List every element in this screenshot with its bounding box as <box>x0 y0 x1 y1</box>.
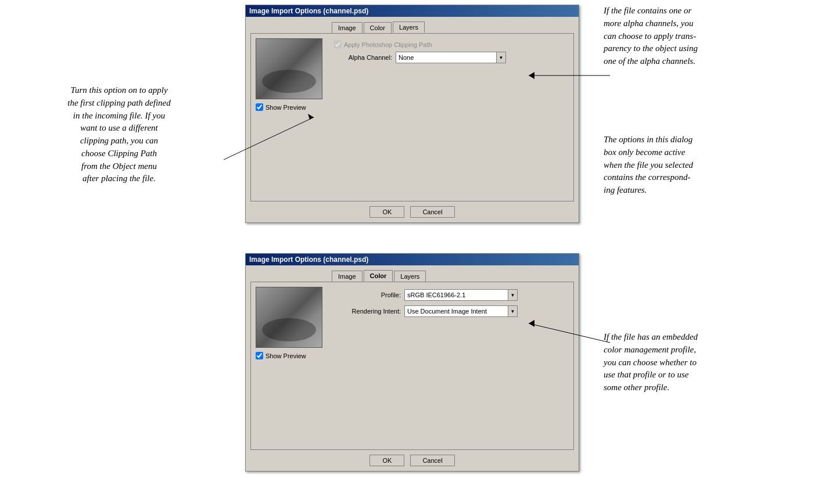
clipping-path-checkbox[interactable] <box>334 41 342 48</box>
show-preview-label-top: Show Preview <box>265 104 306 111</box>
tab-image-top[interactable]: Image <box>332 22 363 33</box>
profile-row: Profile: sRGB IEC61966-2.1 ▼ <box>334 289 569 301</box>
top-ok-button[interactable]: OK <box>369 206 404 218</box>
top-dialog-buttons: OK Cancel <box>246 201 579 222</box>
alpha-channel-label: Alpha Channel: <box>334 54 392 61</box>
show-preview-checkbox-top[interactable] <box>256 103 263 111</box>
alpha-channel-row: Alpha Channel: None ▼ <box>334 52 569 63</box>
rendering-intent-label: Rendering Intent: <box>334 308 401 315</box>
tab-image-bottom[interactable]: Image <box>332 271 363 282</box>
bottom-ok-button[interactable]: OK <box>369 455 404 466</box>
tab-layers-bottom[interactable]: Layers <box>394 271 426 282</box>
profile-select[interactable]: sRGB IEC61966-2.1 ▼ <box>404 289 518 301</box>
show-preview-row-bottom: Show Preview <box>256 352 306 359</box>
right-annotation-middle: The options in this dialog box only beco… <box>604 134 830 197</box>
top-cancel-button[interactable]: Cancel <box>410 206 454 218</box>
show-preview-label-bottom: Show Preview <box>265 352 306 359</box>
tab-layers-top[interactable]: Layers <box>393 21 425 33</box>
rendering-intent-select[interactable]: Use Document Image Intent ▼ <box>404 305 518 317</box>
left-annotation-top: Turn this option on to apply the first c… <box>6 84 232 185</box>
bottom-cancel-button[interactable]: Cancel <box>410 455 454 466</box>
top-dialog: Image Import Options (channel.psd) Image… <box>245 5 579 223</box>
tab-color-top[interactable]: Color <box>364 22 392 33</box>
alpha-channel-arrow: ▼ <box>496 52 505 63</box>
profile-value: sRGB IEC61966-2.1 <box>405 291 508 299</box>
rendering-intent-value: Use Document Image Intent <box>405 307 508 315</box>
profile-label: Profile: <box>334 291 401 298</box>
top-tabs: Image Color Layers <box>250 21 574 33</box>
profile-arrow: ▼ <box>508 290 517 300</box>
right-annotation-bottom: If the file has an embedded color manage… <box>604 331 830 394</box>
bottom-dialog: Image Import Options (channel.psd) Image… <box>245 253 579 471</box>
bottom-dialog-buttons: OK Cancel <box>246 450 579 471</box>
preview-thumbnail-bottom <box>256 287 322 348</box>
bottom-tabs: Image Color Layers <box>250 270 574 282</box>
clipping-path-label: Apply Photoshop Clipping Path <box>344 41 432 48</box>
show-preview-row-top: Show Preview <box>256 103 306 111</box>
alpha-channel-select[interactable]: None ▼ <box>396 52 506 63</box>
top-dialog-titlebar: Image Import Options (channel.psd) <box>246 5 579 17</box>
bottom-dialog-titlebar: Image Import Options (channel.psd) <box>246 254 579 265</box>
rendering-intent-row: Rendering Intent: Use Document Image Int… <box>334 305 569 317</box>
alpha-channel-value: None <box>396 53 496 62</box>
show-preview-checkbox-bottom[interactable] <box>256 352 263 359</box>
preview-thumbnail-top <box>256 38 322 99</box>
rendering-intent-arrow: ▼ <box>508 306 517 316</box>
tab-color-bottom[interactable]: Color <box>364 270 393 282</box>
right-annotation-top: If the file contains one or more alpha c… <box>604 5 830 68</box>
clipping-path-row: Apply Photoshop Clipping Path <box>334 41 569 48</box>
